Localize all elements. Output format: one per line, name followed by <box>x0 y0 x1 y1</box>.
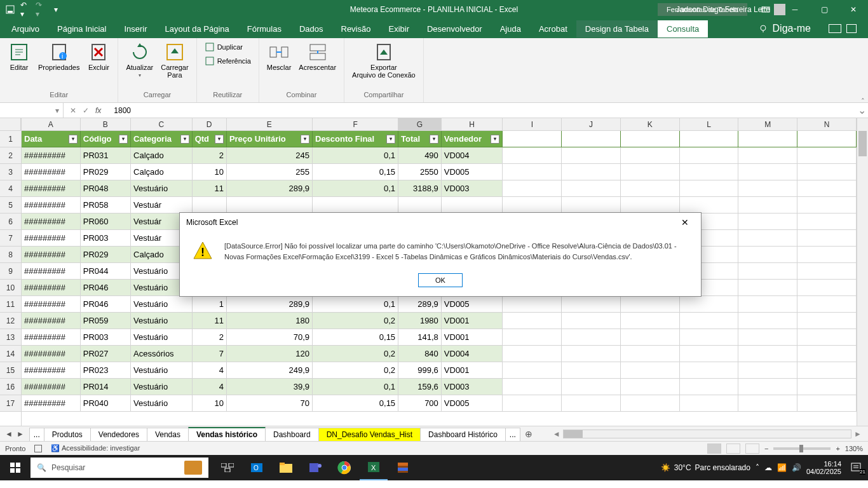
cell[interactable]: ######### <box>22 280 81 296</box>
mesclar-button[interactable]: Mesclar <box>264 41 294 72</box>
teams-icon[interactable] <box>301 455 329 480</box>
cell[interactable] <box>738 296 797 313</box>
tray-expand-icon[interactable]: ˄ <box>756 463 759 472</box>
winrar-icon[interactable] <box>389 455 417 480</box>
cell[interactable]: 0,2 <box>313 362 398 379</box>
save-icon[interactable] <box>5 4 15 15</box>
zoom-level[interactable]: 130% <box>845 445 863 452</box>
sheet-tab[interactable]: Dashboard Histórico <box>420 428 506 441</box>
cell[interactable] <box>621 296 680 313</box>
cell[interactable] <box>738 395 797 412</box>
cell[interactable]: ######### <box>22 313 81 329</box>
cell[interactable] <box>562 379 621 395</box>
cell[interactable] <box>797 280 857 296</box>
sheet-tab[interactable]: Vendas <box>147 428 189 441</box>
cell[interactable]: Vestuár <box>131 197 193 214</box>
cell[interactable]: ######### <box>22 180 81 197</box>
cell[interactable]: PR046 <box>81 280 131 296</box>
cell[interactable] <box>621 197 680 214</box>
cell[interactable]: VD003 <box>442 379 503 395</box>
start-button[interactable] <box>0 455 31 480</box>
cell[interactable] <box>738 362 797 379</box>
filter-icon[interactable]: ▾ <box>430 135 438 144</box>
qat-customize-icon[interactable]: ▾ <box>51 4 61 15</box>
cell[interactable] <box>562 296 621 313</box>
cell[interactable]: VD001 <box>442 313 503 329</box>
acrescentar-button[interactable]: Acrescentar <box>296 41 339 72</box>
cell[interactable] <box>797 197 857 214</box>
menu-tab-arquivo[interactable]: Arquivo <box>3 20 48 37</box>
cell[interactable] <box>680 346 739 362</box>
cell[interactable]: Acessórios <box>131 346 193 362</box>
cell[interactable]: 11 <box>193 180 227 197</box>
cell[interactable] <box>738 214 797 230</box>
menu-tab-inserir[interactable]: Inserir <box>115 20 156 37</box>
cell[interactable]: 4 <box>193 379 227 395</box>
cell[interactable] <box>562 313 621 329</box>
name-box[interactable]: ▾ <box>0 103 64 118</box>
cell[interactable]: Calçado <box>131 147 193 164</box>
column-header[interactable]: L <box>680 118 739 131</box>
cell[interactable] <box>621 362 680 379</box>
cell[interactable]: 840 <box>398 346 442 362</box>
cell[interactable]: PR031 <box>81 147 131 164</box>
row-header[interactable]: 9 <box>0 263 21 280</box>
cell[interactable] <box>738 131 797 147</box>
cell[interactable]: 0,2 <box>313 313 398 329</box>
cell[interactable]: 0,15 <box>313 164 398 180</box>
editar-button[interactable]: Editar <box>5 41 33 72</box>
cell[interactable]: 999,6 <box>398 362 442 379</box>
cell[interactable]: ######### <box>22 230 81 247</box>
sheet-tab[interactable]: ... <box>29 428 44 441</box>
cell[interactable]: ######### <box>22 346 81 362</box>
cell[interactable] <box>797 180 857 197</box>
page-break-view-button[interactable] <box>745 444 759 454</box>
filter-icon[interactable]: ▾ <box>301 135 309 144</box>
cell[interactable] <box>797 379 857 395</box>
sheet-tab[interactable]: Vendas histórico <box>188 427 266 441</box>
tell-me[interactable]: Diga-me <box>750 23 865 34</box>
cell[interactable] <box>738 263 797 280</box>
sheet-tab[interactable]: Produtos <box>44 428 91 441</box>
cell[interactable]: 289,9 <box>398 296 442 313</box>
cell[interactable]: PR029 <box>81 164 131 180</box>
cell[interactable]: Vestuário <box>131 296 193 313</box>
select-all-cell[interactable] <box>0 118 21 131</box>
cell[interactable] <box>621 329 680 346</box>
cell[interactable]: Vestuário <box>131 180 193 197</box>
cell[interactable] <box>680 147 739 164</box>
cell[interactable]: ######### <box>22 247 81 263</box>
cell[interactable] <box>797 395 857 412</box>
menu-tab-desenvolvedor[interactable]: Desenvolvedor <box>418 20 491 37</box>
cell[interactable] <box>442 197 503 214</box>
table-header-cell[interactable]: Total▾ <box>398 131 442 147</box>
menu-tab-designdatabela[interactable]: Design da Tabela <box>576 20 658 37</box>
cell[interactable]: VD005 <box>442 395 503 412</box>
row-header[interactable]: 4 <box>0 180 21 197</box>
cell[interactable]: 245 <box>227 147 313 164</box>
cell[interactable] <box>227 197 313 214</box>
cell[interactable] <box>562 131 621 147</box>
cell[interactable]: ######### <box>22 362 81 379</box>
row-header[interactable]: 7 <box>0 230 21 247</box>
column-header[interactable]: N <box>797 118 857 131</box>
table-header-cell[interactable]: Categoria▾ <box>131 131 193 147</box>
cell[interactable]: PR003 <box>81 329 131 346</box>
weather-widget[interactable]: ☀️ 30°C Parc ensolarado <box>661 463 750 472</box>
cell[interactable] <box>680 164 739 180</box>
cell[interactable] <box>562 362 621 379</box>
zoom-slider[interactable] <box>773 447 831 450</box>
task-view-icon[interactable] <box>214 455 241 480</box>
file-explorer-icon[interactable] <box>272 455 300 480</box>
cell[interactable]: 10 <box>193 164 227 180</box>
cell[interactable]: VD004 <box>442 147 503 164</box>
formula-input[interactable]: 1800 <box>107 106 855 115</box>
cell[interactable]: VD005 <box>442 296 503 313</box>
menu-tab-consulta[interactable]: Consulta <box>658 20 708 37</box>
cell[interactable] <box>797 147 857 164</box>
cell[interactable]: 255 <box>227 164 313 180</box>
cell[interactable] <box>621 131 680 147</box>
cell[interactable] <box>797 296 857 313</box>
cell[interactable] <box>797 313 857 329</box>
outlook-icon[interactable]: O <box>243 455 271 480</box>
